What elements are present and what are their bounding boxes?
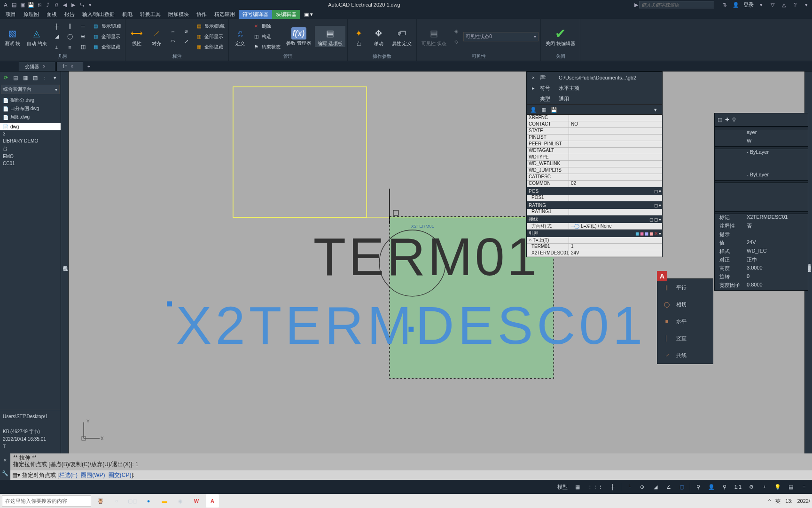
props-tool-icon[interactable]: ✚	[725, 117, 729, 123]
cmd-wrench-icon[interactable]: 🔧	[0, 467, 10, 480]
sb-ratio[interactable]: 1:1	[733, 482, 743, 492]
btn-constraint-state[interactable]: ⚑约束状态	[250, 42, 282, 52]
sb-grid2-icon[interactable]: ⋮⋮⋮	[586, 482, 605, 492]
icon-3[interactable]: ▧	[31, 73, 39, 82]
tool-icon-4[interactable]: ▾	[652, 106, 659, 113]
qat-redo-icon[interactable]: ▶	[70, 1, 77, 8]
sb-osnap-icon[interactable]: ▢	[677, 482, 687, 492]
constraint-icon-7[interactable]: ═	[77, 22, 89, 31]
palette-close-icon[interactable]: ×	[530, 75, 537, 80]
qat-new-icon[interactable]: ▤	[10, 1, 18, 8]
qat-open-icon[interactable]: ▣	[19, 1, 26, 8]
chevron-down-icon[interactable]: ▾	[659, 189, 661, 194]
project-combo[interactable]: 综合实训平台▾	[1, 85, 60, 94]
doc-tab-1[interactable]: 变频器×	[19, 62, 55, 71]
construction-palette[interactable]: ∥平行 ◯相切 ≡水平 ║竖直 ⟋共线	[657, 278, 713, 364]
file-item[interactable]: 3	[0, 130, 61, 137]
menu-featured[interactable]: 精选应用	[211, 10, 239, 19]
sb-menu-icon[interactable]: ≡	[799, 482, 809, 492]
qat-undo-icon[interactable]: ◀	[61, 1, 69, 8]
construct-collinear[interactable]: ⟋共线	[657, 347, 713, 364]
menu-convert[interactable]: 转换工具	[136, 10, 164, 19]
refresh-icon[interactable]: ⟳	[2, 73, 10, 82]
menu-io[interactable]: 输入/输出数据	[78, 10, 118, 19]
constraint-icon-5[interactable]: ◯	[64, 32, 76, 41]
switch-icon[interactable]: ⇅	[721, 1, 728, 8]
btn-show-all-2[interactable]: ▥全部显示	[193, 32, 226, 41]
construct-vertical[interactable]: ║竖直	[657, 330, 713, 347]
sb-ortho-icon[interactable]: └	[624, 482, 634, 492]
construct-tangent[interactable]: ◯相切	[657, 296, 713, 313]
sb-iso-icon[interactable]: ◢	[650, 482, 661, 492]
doc-tab-2[interactable]: 1*×	[56, 62, 83, 71]
login-label[interactable]: 登录	[743, 1, 754, 8]
btn-show-hide-2[interactable]: ▤显示/隐藏	[193, 22, 226, 31]
construct-horizontal[interactable]: ≡水平	[657, 313, 713, 330]
menu-mech[interactable]: 机电	[118, 10, 136, 19]
menu-collab[interactable]: 协作	[193, 10, 211, 19]
taskbar-cortana-icon[interactable]: ○	[110, 494, 123, 508]
constraint-icon-6[interactable]: ≡	[64, 42, 76, 52]
sb-bulb-icon[interactable]: 💡	[773, 482, 783, 492]
qat-share-icon[interactable]: ⇆	[78, 1, 86, 8]
close-icon[interactable]: ×	[43, 64, 46, 69]
taskbar-chrome-icon[interactable]: ◉	[174, 494, 187, 508]
qat-web-icon[interactable]: ⤴	[44, 1, 52, 8]
btn-show-hide-1[interactable]: ▤显示/隐藏	[90, 22, 124, 31]
user-icon[interactable]: 👤	[732, 1, 740, 8]
dim-icon-2[interactable]: ◠	[167, 37, 179, 47]
icon-1[interactable]: ▤	[12, 73, 20, 82]
btn-define[interactable]: ⎌定义	[231, 26, 250, 47]
chevron-down-icon[interactable]: ▾	[659, 231, 661, 236]
vis-state-combo[interactable]: 可见性状态0▾	[463, 32, 539, 41]
help-dropdown-icon[interactable]: ▾	[803, 1, 810, 8]
constraint-icon-3[interactable]: ⟂	[51, 42, 63, 52]
btn-linear[interactable]: ⟷线性	[127, 26, 146, 47]
tool-icon-2[interactable]: ▦	[540, 106, 547, 113]
taskbar-autocad-icon[interactable]: A	[206, 494, 219, 508]
sb-more-icon[interactable]: ▤	[786, 482, 796, 492]
sec-btn-icon[interactable]: ◻	[654, 203, 658, 208]
tray-time[interactable]: 13:	[785, 498, 792, 504]
constraint-icon-2[interactable]: ◢	[51, 32, 63, 41]
menu-project[interactable]: 项目	[2, 10, 20, 19]
taskbar-edge-icon[interactable]: ●	[142, 494, 155, 508]
dim-icon-3[interactable]: ⌀	[180, 27, 192, 36]
command-history[interactable]: ** 拉伸 ** 指定拉伸点或 [基点(B)/复制(C)/放弃(U)/退出(X)…	[10, 453, 812, 470]
help-search-input[interactable]	[639, 1, 714, 8]
file-item[interactable]: EMO	[0, 153, 61, 160]
taskbar-wps-icon[interactable]: W	[190, 494, 203, 508]
btn-point[interactable]: ✦点	[350, 26, 368, 47]
login-dropdown-icon[interactable]: ▾	[757, 1, 765, 8]
btn-align[interactable]: ⟋对齐	[147, 26, 166, 47]
sec-btn-icon[interactable]: ◻	[654, 217, 658, 222]
tray-up-icon[interactable]: ^	[768, 498, 771, 504]
tray-ime[interactable]: 英	[775, 498, 781, 505]
pin-btn-icon[interactable]: ◼	[640, 231, 644, 236]
btn-move[interactable]: ✥移动	[369, 26, 388, 47]
btn-hide-all-1[interactable]: ▦全部隐藏	[90, 42, 124, 52]
btn-authoring-palette[interactable]: ▤编写 选项板	[315, 26, 345, 47]
btn-close-editor[interactable]: ✔关闭 块编辑器	[543, 26, 578, 47]
attribute-grid[interactable]: XREFNC CONTACTNO STATE PINLIST PEER_PINL…	[527, 115, 662, 257]
help-icon[interactable]: ?	[791, 1, 799, 8]
constraint-icon-9[interactable]: ◫	[77, 42, 89, 52]
btn-vis-state[interactable]: ▤可见性 状态	[419, 26, 449, 47]
pin-del-icon[interactable]: ✕	[654, 231, 658, 236]
vis-icon-2[interactable]: ◇	[450, 37, 462, 47]
qat-print-icon[interactable]: ⎙	[53, 1, 60, 8]
btn-delete[interactable]: ✕删除	[250, 22, 282, 31]
file-list[interactable]: 📄 报部分.dwg 📄 口分布图.dwg 📄 局图.dwg 📄 dwg 3 LI…	[0, 95, 61, 410]
pin-btn-icon[interactable]: ◼	[645, 231, 648, 236]
taskbar-taskview-icon[interactable]: ▢▢	[126, 494, 139, 508]
icon-2[interactable]: ▦	[22, 73, 30, 82]
drawing-canvas[interactable]: X2TERM01 TERM01 X2TERMDESC01 YX	[69, 71, 804, 453]
pin-btn-icon[interactable]: ◼	[635, 231, 639, 236]
btn-test-block[interactable]: ▧测试 块	[2, 26, 23, 47]
icon-5[interactable]: ▾	[51, 73, 59, 82]
menu-sym-builder[interactable]: 符号编译器	[239, 10, 272, 19]
menu-block-editor[interactable]: 块编辑器	[272, 10, 300, 19]
dim-icon-1[interactable]: ↔	[167, 27, 179, 36]
icon-4[interactable]: ⋮	[41, 73, 49, 82]
sb-polar-icon[interactable]: ⊕	[637, 482, 648, 492]
